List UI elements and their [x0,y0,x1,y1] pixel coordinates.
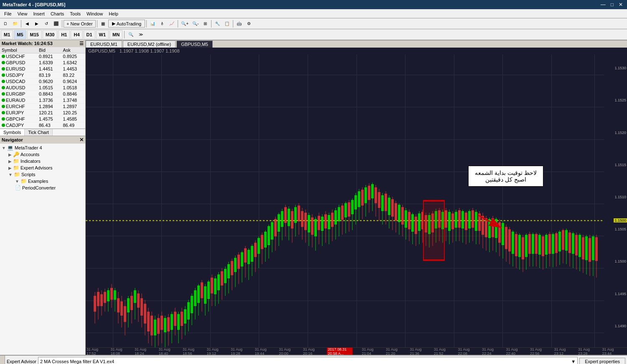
open-button[interactable]: 📁 [10,19,20,28]
market-watch-row[interactable]: GBPCHF 1.4575 1.4585 [0,116,85,122]
svg-rect-53 [181,312,183,326]
market-watch-row[interactable]: GBPUSD 1.6339 1.6342 [0,60,85,66]
indicators-button[interactable]: 🔧 [213,19,222,28]
chart-bar-button[interactable]: ▦ [99,19,108,28]
expert-button[interactable]: 🤖 [234,19,244,28]
col-ask: Ask [61,47,85,53]
candle-svg [86,54,604,347]
market-watch-row[interactable]: AUDUSD 1.0515 1.0518 [0,85,85,91]
time-2: 31 Aug 18:08 [111,347,126,355]
chart-tab-gbpusd-m5[interactable]: GBPUSD,M5 [176,40,213,48]
market-watch-row[interactable]: EURJPY 120.21 120.25 [0,110,85,116]
template-button[interactable]: 📋 [222,19,232,28]
chart-type-line[interactable]: 📈 [167,19,176,28]
zoom-out[interactable]: 🔍- [191,19,200,28]
menu-charts[interactable]: Charts [48,10,66,17]
autotrading-button[interactable]: ▶ AutoTrading [108,20,145,28]
more-button[interactable]: ≫ [136,30,145,39]
market-watch-tabs: Symbols Tick Chart [0,129,85,136]
navigator-close-button[interactable]: ✕ [79,137,84,143]
time-16: 31 Aug 22:08 [458,347,473,355]
search-button[interactable]: 🔍 [126,30,135,39]
tf-d1[interactable]: D1 [84,30,95,39]
zoom-in[interactable]: 🔍+ [179,19,190,28]
status-dot [2,92,5,96]
chart-tab-eurusd-m1[interactable]: EURUSD,M1 [86,40,122,48]
folder-icon-ea: 📁 [13,165,19,171]
expert-properties-button[interactable]: Expert properties [579,358,625,364]
chart-type-bar[interactable]: 📊 [148,19,157,28]
window-controls: — □ ✕ [599,2,624,8]
tester-panel: ▶ Expert Advisor 2 MA Crosses Mega filte… [0,355,627,364]
nav-period-converter[interactable]: 📄 PeriodConverter [0,185,85,191]
menu-help[interactable]: Help [106,10,121,17]
tab-symbols[interactable]: Symbols [0,129,25,136]
market-watch-menu-icon[interactable]: ☰ [79,41,84,46]
tf-m30[interactable]: M30 [43,30,57,39]
tab-tick-chart[interactable]: Tick Chart [25,129,53,136]
chart-grid[interactable]: ⊞ [201,19,210,28]
timeframe-toolbar: M1 M5 M15 M30 H1 H4 D1 W1 MN 🔍 ≫ [0,29,627,40]
mw-symbol: EURJPY [0,110,37,116]
navigator: Navigator ✕ ▼ 💻 MetaTrader 4 ▶ 🔑 Account… [0,136,85,355]
price-1500: 1.1500 [614,259,627,263]
time-18: 31 Aug 22:40 [506,347,521,355]
nav-accounts[interactable]: ▶ 🔑 Accounts [0,151,85,158]
mw-bid: 0.8843 [37,91,61,97]
options-button[interactable]: ⚙ [244,19,253,28]
market-watch-row[interactable]: EURGBP 0.8843 0.8846 [0,91,85,97]
computer-icon: 💻 [7,145,13,151]
market-watch-row[interactable]: USDJPY 83.19 83.22 [0,72,85,78]
tf-m1[interactable]: M1 [1,30,13,39]
menu-tools[interactable]: Tools [67,10,83,17]
nav-indicators[interactable]: ▶ 📁 Indicators [0,158,85,164]
svg-rect-297 [589,238,591,262]
tf-m15[interactable]: M15 [27,30,42,39]
candlestick-chart[interactable]: 1.1530 1.1525 1.1520 1.1515 1.1510 1.150… [86,54,627,347]
svg-rect-125 [301,211,303,227]
nav-expert-advisors[interactable]: ▶ 📁 Expert Advisors [0,164,85,171]
ea-dropdown[interactable]: 2 MA Crosses Mega filter EA V1.ex4 ▼ [38,357,578,364]
market-watch-row[interactable]: EURCHF 1.2894 1.2897 [0,104,85,110]
chart-symbol-info: GBPUSD,M5 [88,48,115,53]
status-dot [2,55,5,58]
tf-h4[interactable]: H4 [71,30,82,39]
svg-rect-61 [194,290,196,306]
new-order-button[interactable]: + New Order [64,20,96,28]
close-button[interactable]: ✕ [617,2,624,8]
tester-side-nav[interactable]: ▶ [0,356,5,364]
back-button[interactable]: ◀ [23,19,32,28]
svg-rect-107 [271,222,273,240]
forward-button[interactable]: ▶ [32,19,41,28]
market-watch-row[interactable]: EURAUD 1.3736 1.3748 [0,97,85,104]
minimize-button[interactable]: — [599,2,607,8]
menu-window[interactable]: Window [84,10,105,17]
menu-insert[interactable]: Insert [31,10,47,17]
tf-h1[interactable]: H1 [58,30,70,39]
chart-tab-eurusd-m2[interactable]: EURUSD,M2 (offline) [123,40,176,48]
nav-examples-label: Examples [28,179,48,184]
svg-rect-31 [144,304,146,324]
chart-type-candle[interactable]: 🕯 [158,19,167,28]
market-watch-row[interactable]: USDCHF 0.8921 0.8925 [0,53,85,60]
annotation-line2: اصبح كل دقيقتين [474,176,538,183]
nav-examples[interactable]: ▼ 📁 Examples [0,178,85,185]
menu-file[interactable]: File [2,10,14,17]
menu-view[interactable]: View [15,10,30,17]
maximize-button[interactable]: □ [609,2,615,8]
new-button[interactable]: 🗋 [1,19,10,28]
nav-metatrader4[interactable]: ▼ 💻 MetaTrader 4 [0,144,85,151]
stop-button[interactable]: ⬛ [51,19,61,28]
refresh-button[interactable]: ↺ [42,19,51,28]
market-watch-row[interactable]: EURUSD 1.4451 1.4453 [0,66,85,72]
market-watch-header: Market Watch: 16:24:53 ☰ [0,40,85,47]
tf-m5[interactable]: M5 [14,30,26,39]
market-watch-row[interactable]: CADJPY 86.43 86.49 [0,122,85,129]
svg-rect-87 [237,255,240,269]
market-watch-row[interactable]: USDCAD 0.9620 0.9624 [0,78,85,85]
tf-w1[interactable]: W1 [96,30,109,39]
tf-mn[interactable]: MN [110,30,122,39]
nav-scripts[interactable]: ▼ 📁 Scripts [0,171,85,178]
svg-rect-75 [217,274,220,290]
status-dot [2,111,5,114]
